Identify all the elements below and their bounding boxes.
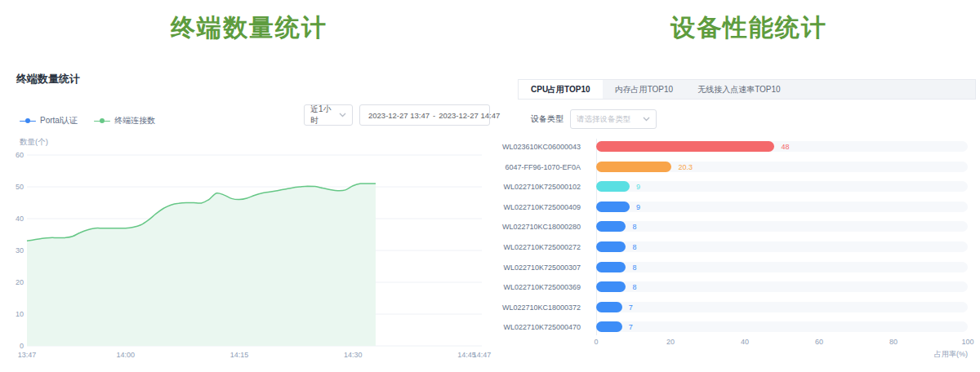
device-performance-panel: 设备性能统计 CPU占用TOP10内存占用TOP10无线接入点速率TOP10 设… xyxy=(518,0,980,372)
bar-value-label: 8 xyxy=(632,243,636,251)
bar-value-label: 9 xyxy=(636,183,640,191)
bar-row-WL022710KC18000372: WL022710KC180003727 xyxy=(518,302,968,312)
bar-track xyxy=(596,281,968,292)
bar-category-label: WL023610KC06000043 xyxy=(417,143,581,151)
terminal-chart-card-title: 终端数量统计 xyxy=(16,72,80,86)
chevron-down-icon xyxy=(339,113,346,117)
bar xyxy=(596,281,626,292)
bar-category-label: WL022710K725000307 xyxy=(417,264,581,272)
x-axis-tick-80: 80 xyxy=(881,338,906,346)
time-controls: 近1小时 2023-12-27 13:47 - 2023-12-27 14:47 xyxy=(304,104,490,126)
date-range-separator: - xyxy=(433,111,435,120)
bar-value-label: 8 xyxy=(632,264,636,272)
time-range-select[interactable]: 近1小时 xyxy=(304,104,353,126)
date-range-picker[interactable]: 2023-12-27 13:47 - 2023-12-27 14:47 xyxy=(359,104,490,126)
bar-category-label: WL022710K725000102 xyxy=(417,183,581,191)
x-axis-tick-0: 0 xyxy=(584,338,608,346)
bar-track xyxy=(596,221,968,232)
bar-track xyxy=(596,262,968,272)
time-range-select-value: 近1小时 xyxy=(310,104,339,126)
bar xyxy=(596,162,671,172)
legend-line-dot-icon xyxy=(20,118,36,123)
bar-row-6047-FF96-1070-EF0A: 6047-FF96-1070-EF0A20.3 xyxy=(518,162,968,172)
bar-value-label: 7 xyxy=(629,303,633,312)
line-chart-legend: Portal认证 终端连接数 xyxy=(20,115,155,126)
bar-value-label: 8 xyxy=(632,223,636,231)
bar-row-WL022710K725000470: WL022710K7250004707 xyxy=(518,321,968,332)
bar-value-label: 7 xyxy=(629,323,633,331)
bar-category-label: WL022710K725000369 xyxy=(417,283,581,291)
bar-value-label: 20.3 xyxy=(678,163,693,171)
bar xyxy=(596,321,622,332)
bar xyxy=(596,141,774,152)
bar-track xyxy=(596,181,968,192)
date-range-end: 2023-12-27 14:47 xyxy=(439,111,500,120)
bar-track xyxy=(596,202,968,212)
svg-text:30: 30 xyxy=(16,246,24,255)
svg-text:20: 20 xyxy=(16,278,24,286)
bar-value-label: 8 xyxy=(632,283,636,291)
bar-category-label: WL022710KC18000372 xyxy=(417,303,581,312)
bar-value-label: 48 xyxy=(781,143,789,151)
bar-row-WL022710K725000102: WL022710K7250001029 xyxy=(518,181,968,192)
bar-category-label: WL022710KC18000280 xyxy=(417,223,581,231)
svg-text:10: 10 xyxy=(16,310,24,318)
bar xyxy=(596,181,630,192)
bar-track xyxy=(596,241,968,252)
bar-category-label: WL022710K725000272 xyxy=(417,243,581,251)
cpu-top10-bar-chart: WL023610KC06000043486047-FF96-1070-EF0A2… xyxy=(518,0,980,372)
bar xyxy=(596,241,626,252)
bar-row-WL022710KC18000280: WL022710KC180002808 xyxy=(518,221,968,232)
svg-text:14:00: 14:00 xyxy=(116,351,135,359)
bar-category-label: WL022710K725000409 xyxy=(417,203,581,211)
bar xyxy=(596,302,622,312)
svg-text:60: 60 xyxy=(16,151,24,159)
bar-category-label: WL022710K725000470 xyxy=(417,323,581,331)
legend-line-dot-icon xyxy=(94,118,110,123)
svg-text:0: 0 xyxy=(20,342,24,350)
bar-row-WL023610KC06000043: WL023610KC0600004348 xyxy=(518,141,968,152)
bar-row-WL022710K725000409: WL022710K7250004099 xyxy=(518,202,968,212)
bar xyxy=(596,221,626,232)
x-axis-tick-40: 40 xyxy=(733,338,757,346)
x-axis-tick-20: 20 xyxy=(658,338,683,346)
svg-text:14:47: 14:47 xyxy=(473,351,492,359)
x-axis-tick-60: 60 xyxy=(807,338,831,346)
svg-text:50: 50 xyxy=(16,183,24,191)
svg-text:40: 40 xyxy=(16,215,24,223)
svg-text:14:15: 14:15 xyxy=(230,351,249,359)
svg-text:13:47: 13:47 xyxy=(18,351,37,359)
bar-value-label: 9 xyxy=(636,203,640,211)
bar-row-WL022710K725000272: WL022710K7250002728 xyxy=(518,241,968,252)
y-axis-title: 数量(个) xyxy=(20,137,48,148)
bar-row-WL022710K725000369: WL022710K7250003698 xyxy=(518,281,968,292)
bar-row-WL022710K725000307: WL022710K7250003078 xyxy=(518,262,968,272)
date-range-start: 2023-12-27 13:47 xyxy=(368,111,430,120)
svg-text:14:30: 14:30 xyxy=(344,351,363,359)
left-section-heading: 终端数量统计 xyxy=(0,11,498,45)
x-axis-title: 占用率(%) xyxy=(886,349,968,360)
bar-category-label: 6047-FF96-1070-EF0A xyxy=(417,163,581,171)
bar xyxy=(596,202,630,212)
bar-track xyxy=(596,321,968,332)
x-axis-tick-100: 100 xyxy=(956,338,980,346)
legend-item-终端连接数[interactable]: 终端连接数 xyxy=(94,115,155,126)
bar xyxy=(596,262,626,272)
bar-track xyxy=(596,302,968,312)
dashboard-page: 终端数量统计 终端数量统计 近1小时 2023-12-27 13:47 - 20… xyxy=(0,0,980,372)
legend-item-Portal认证[interactable]: Portal认证 xyxy=(20,115,78,126)
